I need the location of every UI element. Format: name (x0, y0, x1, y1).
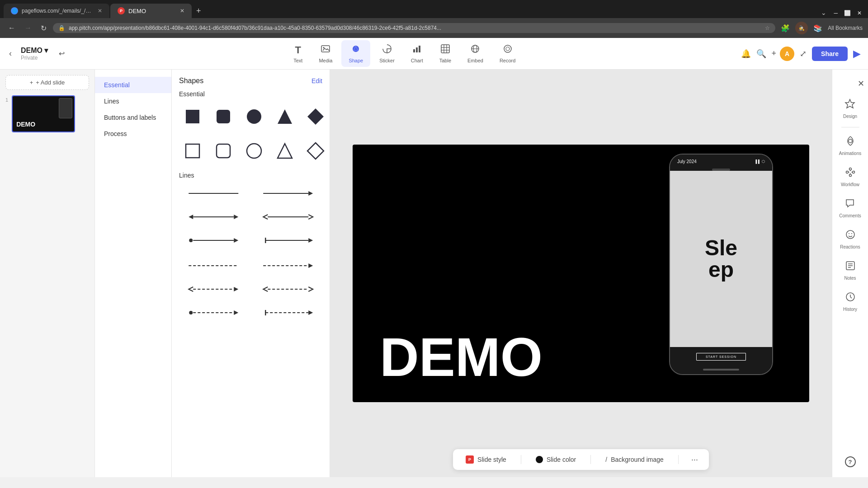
bookmarks-bar-toggle[interactable]: 📚 (811, 22, 824, 34)
slide-style-item[interactable]: P Slide style (462, 454, 510, 465)
shape-outline-square[interactable] (179, 137, 206, 164)
avatar-add-group: + A (772, 47, 795, 61)
line-dashed-arrow-open-both[interactable] (179, 280, 248, 298)
svg-point-64 (851, 233, 852, 234)
tool-embed[interactable]: Embed (460, 40, 491, 67)
right-tool-comments[interactable]: Comments (835, 193, 864, 223)
svg-marker-32 (189, 215, 193, 219)
reload-button[interactable]: ↻ (38, 22, 49, 34)
search-button[interactable]: 🔍 (756, 49, 766, 59)
user-avatar: A (780, 47, 794, 61)
maximize-button[interactable]: ⬜ (841, 8, 854, 18)
shape-filled-square[interactable] (179, 103, 206, 130)
new-tab-button[interactable]: + (193, 5, 205, 18)
address-bar[interactable]: 🔒 ☆ (53, 23, 775, 33)
filled-shapes-grid (179, 103, 322, 130)
sticker-tool-icon (382, 44, 392, 56)
slide-main[interactable]: DEMO July 2024 ▌▌ ⬡ Sle ep START SESSION (353, 145, 809, 402)
line-dashed-arrow-both-open[interactable] (254, 280, 323, 298)
app-toolbar: ‹ DEMO ▾ Private ↩ T Text Media (0, 38, 868, 70)
line-simple[interactable] (179, 184, 248, 202)
shape-outline-circle[interactable] (241, 137, 268, 164)
line-dashed-arrow-right[interactable] (254, 257, 323, 275)
tool-record[interactable]: Record (492, 40, 523, 67)
line-dashed[interactable] (179, 257, 248, 275)
tool-sticker[interactable]: Sticker (372, 40, 402, 67)
line-dot-arrow[interactable] (179, 231, 248, 249)
shape-filled-triangle[interactable] (271, 103, 298, 130)
browser-tabs-bar: 🌐 pageflows.com/_/emails/_/7fb5... ✕ P D… (0, 0, 868, 18)
sidebar-toggle-button[interactable]: ‹ (7, 47, 14, 60)
tool-media[interactable]: Media (311, 40, 340, 67)
svg-point-15 (506, 47, 509, 51)
svg-point-57 (849, 174, 851, 177)
browser-tab-2[interactable]: P DEMO ✕ (110, 4, 192, 18)
svg-rect-23 (217, 144, 230, 158)
right-tool-history[interactable]: History (840, 287, 861, 316)
shape-filled-circle[interactable] (241, 103, 268, 130)
right-tool-workflow[interactable]: Workflow (837, 162, 863, 192)
share-button[interactable]: Share (812, 47, 848, 61)
design-close-button[interactable]: ✕ (854, 75, 868, 92)
back-nav-button[interactable]: ← (5, 22, 18, 34)
shape-panel: Essential Lines Buttons and labels Proce… (95, 70, 330, 477)
shape-cat-process[interactable]: Process (95, 126, 171, 142)
shape-outline-triangle[interactable] (271, 137, 298, 164)
reactions-label: Reactions (840, 244, 860, 249)
shape-outline-rounded-square[interactable] (210, 137, 237, 164)
right-tool-help[interactable]: ? (841, 452, 859, 472)
shape-cat-buttons[interactable]: Buttons and labels (95, 109, 171, 126)
shape-filled-diamond[interactable] (302, 103, 329, 130)
table-tool-label: Table (439, 58, 451, 63)
shape-cat-lines[interactable]: Lines (95, 93, 171, 109)
add-user-button[interactable]: + (772, 49, 777, 58)
tool-chart[interactable]: Chart (404, 40, 430, 67)
forward-nav-button[interactable]: → (22, 22, 34, 34)
shape-cat-essential[interactable]: Essential (95, 77, 171, 93)
slide-thumbnail-1[interactable]: 1 DEMO (5, 95, 89, 132)
more-options-button[interactable]: ··· (689, 455, 700, 465)
background-image-item[interactable]: / Background image (602, 454, 667, 465)
line-arrow-right[interactable] (254, 184, 323, 202)
tab-close-1[interactable]: ✕ (98, 8, 102, 14)
comments-icon (844, 198, 855, 211)
notes-label: Notes (844, 276, 856, 281)
shapes-title: Shapes (179, 77, 203, 85)
profile-button[interactable]: Incognito (2) 🕵 (795, 22, 808, 34)
play-button[interactable]: ▶ (853, 48, 861, 60)
tool-table[interactable]: Table (432, 40, 458, 67)
title-chevron-icon[interactable]: ▾ (44, 46, 48, 55)
shapes-edit-button[interactable]: Edit (311, 77, 322, 84)
tab-close-2[interactable]: ✕ (180, 8, 184, 14)
slide-color-item[interactable]: Slide color (532, 454, 580, 465)
shape-outline-diamond[interactable] (302, 137, 329, 164)
line-dashed-dot-arrow[interactable] (179, 304, 248, 322)
minimize-button[interactable]: ─ (831, 8, 840, 18)
svg-marker-26 (307, 143, 324, 159)
tool-shape[interactable]: Shape (341, 40, 370, 67)
browser-tab-1[interactable]: 🌐 pageflows.com/_/emails/_/7fb5... ✕ (4, 4, 109, 18)
extensions-button[interactable]: 🧩 (779, 22, 792, 34)
lines-section-title: Lines (179, 172, 322, 179)
address-input[interactable] (69, 25, 761, 31)
add-slide-button[interactable]: + + Add slide (5, 75, 89, 90)
notifications-button[interactable]: 🔔 (741, 49, 751, 59)
right-tool-notes[interactable]: Notes (840, 256, 859, 285)
shape-filled-rounded-square[interactable] (210, 103, 237, 130)
right-tool-design[interactable]: Design (840, 94, 861, 123)
line-bar-arrow[interactable] (254, 231, 323, 249)
svg-rect-16 (186, 110, 199, 123)
right-tool-animations[interactable]: Animations (835, 131, 865, 160)
close-window-button[interactable]: ✕ (854, 8, 864, 18)
svg-point-36 (189, 239, 193, 242)
expand-icon[interactable]: ⤢ (800, 49, 807, 59)
slide-color-dot (536, 456, 543, 463)
line-arrow-open-both[interactable] (254, 208, 323, 226)
tab-overflow-icon[interactable]: ⌄ (817, 7, 830, 18)
line-dashed-bar-arrow[interactable] (254, 304, 323, 322)
right-tool-reactions[interactable]: Reactions (836, 225, 863, 254)
undo-button[interactable]: ↩ (55, 47, 68, 60)
svg-marker-20 (307, 108, 324, 125)
tool-text[interactable]: T Text (286, 41, 310, 67)
line-arrow-both[interactable] (179, 208, 248, 226)
